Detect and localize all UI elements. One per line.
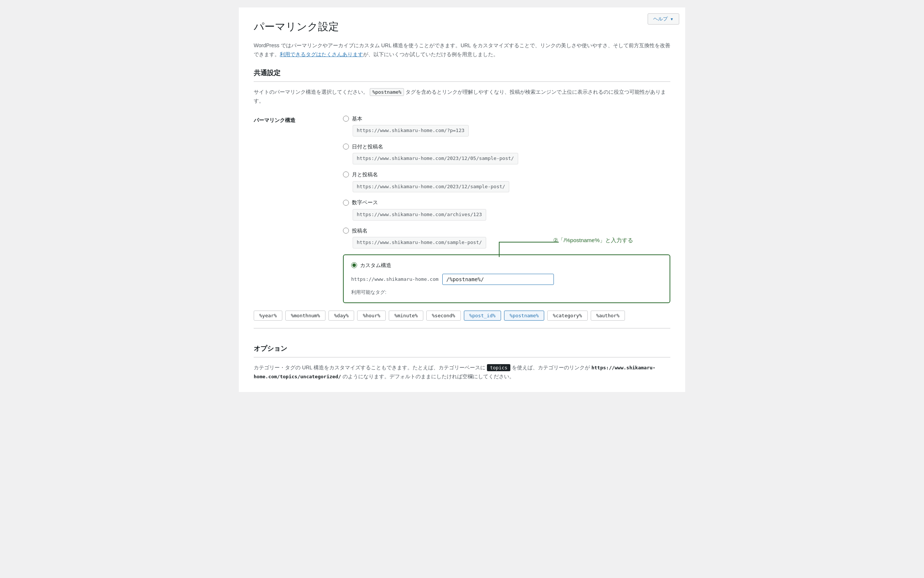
tags-row: %year% %monthnum% %day% %hour% %minute% … <box>254 310 670 321</box>
radio-option-date-post: 日付と投稿名 https://www.shikamaru-home.com/20… <box>343 143 670 164</box>
tag-category[interactable]: %category% <box>547 310 587 321</box>
url-example-basic: https://www.shikamaru-home.com/?p=123 <box>352 125 469 136</box>
radio-label-date-post[interactable]: 日付と投稿名 <box>343 143 670 151</box>
radio-text-date-post: 日付と投稿名 <box>352 143 383 151</box>
tag-minute[interactable]: %minute% <box>389 310 423 321</box>
radio-label-numeric[interactable]: 数字ベース <box>343 198 670 206</box>
radio-text-numeric: 数字ベース <box>352 198 378 206</box>
url-example-postname: https://www.shikamaru-home.com/sample-po… <box>352 237 486 248</box>
radio-option-basic: 基本 https://www.shikamaru-home.com/?p=123 <box>343 115 670 136</box>
options-text-2: を使えば、カテゴリーのリンクが <box>512 365 590 370</box>
tag-day[interactable]: %day% <box>328 310 354 321</box>
radio-label-month-post[interactable]: 月と投稿名 <box>343 170 670 179</box>
common-settings-heading: 共通設定 <box>254 68 670 82</box>
options-text-3: のようになります。デフォルトのままにしたければ空欄にしてください。 <box>343 373 515 379</box>
subtitle-text-before: サイトのパーマリンク構造を選択してください。 <box>254 89 368 95</box>
help-button[interactable]: ヘルプ ▼ <box>648 13 679 24</box>
tag-year[interactable]: %year% <box>254 310 283 321</box>
tag-postname[interactable]: %postname% <box>504 310 544 321</box>
radio-label-basic[interactable]: 基本 <box>343 115 670 123</box>
custom-url-input[interactable] <box>442 274 554 285</box>
radio-label-postname[interactable]: 投稿名 <box>343 227 670 235</box>
radio-input-postname[interactable] <box>343 227 349 234</box>
section-divider <box>254 328 670 328</box>
custom-option-container: カスタム構造 https://www.shikamaru-home.com 利用… <box>343 255 670 303</box>
intro-link[interactable]: 利用できるタグはたくさんあります <box>280 51 363 57</box>
settings-table: パーマリンク構造 基本 https://www.shikamaru-home.c… <box>254 115 670 306</box>
custom-input-row: https://www.shikamaru-home.com <box>351 274 662 285</box>
tag-second[interactable]: %second% <box>426 310 461 321</box>
radio-label-custom[interactable]: カスタム構造 <box>351 261 662 269</box>
postname-tag: %postname% <box>370 88 404 96</box>
tag-post-id[interactable]: %post_id% <box>464 310 501 321</box>
permalink-options: 基本 https://www.shikamaru-home.com/?p=123… <box>343 115 670 306</box>
tag-hour[interactable]: %hour% <box>357 310 386 321</box>
available-tags-label: 利用可能なタグ: <box>351 289 662 296</box>
url-example-date-post: https://www.shikamaru-home.com/2023/12/0… <box>352 153 518 164</box>
chevron-down-icon: ▼ <box>670 17 674 21</box>
options-text-1: カテゴリー・タグの URL 構造をカスタマイズすることもできます。たとえば、カテ… <box>254 365 486 370</box>
custom-base-url: https://www.shikamaru-home.com <box>351 276 438 283</box>
page-title: パーマリンク設定 <box>254 19 670 35</box>
options-paragraph: カテゴリー・タグの URL 構造をカスタマイズすることもできます。たとえば、カテ… <box>254 364 670 381</box>
topics-code: topics <box>487 364 510 371</box>
radio-input-month-post[interactable] <box>343 172 349 177</box>
subtitle-paragraph: サイトのパーマリンク構造を選択してください。 %postname% タグを含める… <box>254 88 670 106</box>
tag-author[interactable]: %author% <box>591 310 625 321</box>
radio-input-numeric[interactable] <box>343 200 349 206</box>
options-heading: オプション <box>254 343 670 357</box>
radio-option-numeric: 数字ベース https://www.shikamaru-home.com/arc… <box>343 198 670 220</box>
permalink-structure-row: パーマリンク構造 基本 https://www.shikamaru-home.c… <box>254 115 670 306</box>
tag-monthnum[interactable]: %monthnum% <box>285 310 325 321</box>
url-example-month-post: https://www.shikamaru-home.com/2023/12/s… <box>352 181 509 193</box>
help-label: ヘルプ <box>653 16 668 22</box>
permalink-label: パーマリンク構造 <box>254 115 343 124</box>
url-example-numeric: https://www.shikamaru-home.com/archives/… <box>352 209 486 221</box>
radio-input-basic[interactable] <box>343 116 349 122</box>
intro-paragraph: WordPress ではパーマリンクやアーカイブにカスタム URL 構造を使うこ… <box>254 41 670 59</box>
radio-text-postname: 投稿名 <box>352 227 367 235</box>
radio-text-custom: カスタム構造 <box>360 261 391 269</box>
options-section: オプション カテゴリー・タグの URL 構造をカスタマイズすることもできます。た… <box>254 343 670 381</box>
radio-option-month-post: 月と投稿名 https://www.shikamaru-home.com/202… <box>343 170 670 192</box>
radio-text-basic: 基本 <box>352 115 362 123</box>
radio-input-custom[interactable] <box>351 262 357 268</box>
radio-input-date-post[interactable] <box>343 144 349 149</box>
annotation-arrow <box>492 240 566 259</box>
radio-text-month-post: 月と投稿名 <box>352 170 378 179</box>
